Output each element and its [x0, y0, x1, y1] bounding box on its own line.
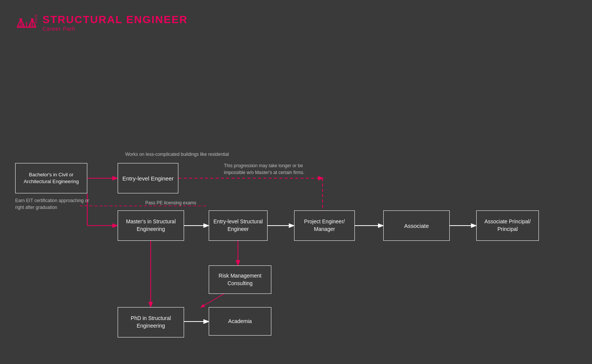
career-diagram: Bachelor's in Civil or Architectural Eng… — [0, 61, 592, 356]
project-engineer-box: Project Engineer/ Manager — [294, 210, 355, 241]
entry-level-engineer-box: Entry-level Engineer — [118, 163, 178, 193]
annotation-pe: Pass PE licensing exams — [129, 199, 213, 206]
header-text: STRUCTURAL ENGINEER Career Path — [43, 14, 188, 32]
entry-structural-engineer-box: Entry-level Structural Engineer — [209, 210, 268, 241]
risk-management-box: Risk Management Consulting — [209, 265, 271, 294]
associate-principal-box: Associate Principal/ Principal — [476, 210, 539, 241]
annotation-eit: Earn EIT certification approaching or ri… — [15, 197, 91, 211]
associate-box: Associate — [383, 210, 450, 241]
annotation-progression: This progression may take longer or be i… — [224, 162, 323, 176]
page-title: STRUCTURAL ENGINEER — [43, 14, 188, 26]
bridge-icon — [15, 11, 38, 34]
bachelor-box: Bachelor's in Civil or Architectural Eng… — [15, 163, 87, 193]
svg-line-31 — [201, 294, 224, 307]
header: STRUCTURAL ENGINEER Career Path — [15, 11, 188, 34]
annotation-residential: Works on less-complicated buildings like… — [125, 151, 262, 158]
academia-box: Academia — [209, 307, 271, 336]
masters-box: Master's in Structural Engineering — [118, 210, 184, 241]
page-subtitle: Career Path — [43, 26, 188, 32]
phd-box: PhD in Structural Engineering — [118, 307, 184, 337]
